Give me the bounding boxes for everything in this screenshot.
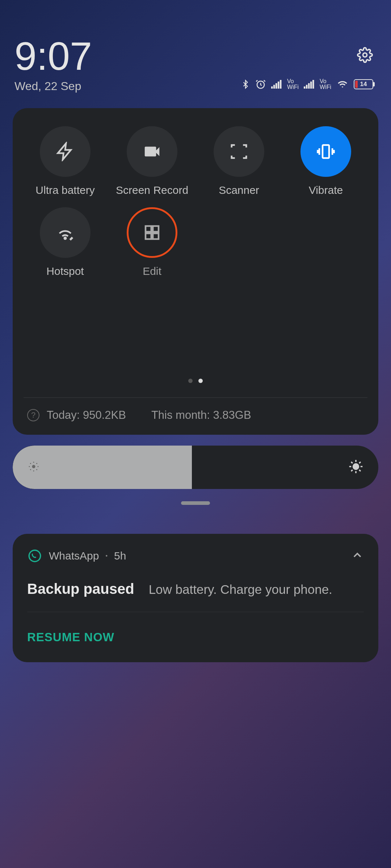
svg-rect-7	[304, 86, 306, 89]
svg-rect-15	[153, 226, 159, 232]
svg-rect-4	[276, 83, 277, 89]
separator-dot: •	[105, 553, 108, 559]
notification-shade-header: 9:07 Wed, 22 Sep VoWiFi VoWiFi	[0, 0, 391, 97]
resume-now-button[interactable]: RESUME NOW	[27, 630, 364, 644]
tile-vibrate[interactable]: Vibrate	[284, 126, 367, 196]
svg-rect-12	[323, 145, 329, 158]
svg-rect-11	[312, 80, 314, 89]
svg-point-22	[38, 466, 39, 467]
page-dot	[188, 379, 193, 383]
brightness-low-icon	[27, 460, 40, 475]
page-indicator[interactable]	[24, 379, 367, 383]
notification-time: 5h	[114, 550, 126, 562]
separator	[27, 612, 364, 612]
vowifi-icon-1: VoWiFi	[287, 78, 299, 90]
svg-point-28	[29, 550, 41, 562]
svg-rect-3	[273, 85, 275, 89]
svg-point-27	[353, 464, 359, 469]
svg-rect-2	[271, 86, 273, 89]
hotspot-icon	[55, 223, 75, 242]
tile-label: Hotspot	[46, 265, 84, 277]
tile-screen-recorder[interactable]: Screen Recorder	[110, 126, 194, 196]
page-dot-active	[198, 379, 203, 383]
whatsapp-icon	[27, 548, 42, 563]
svg-rect-5	[278, 82, 279, 89]
svg-point-26	[36, 463, 37, 464]
svg-rect-16	[146, 233, 151, 239]
svg-point-24	[36, 469, 37, 470]
svg-point-19	[33, 462, 34, 463]
svg-rect-17	[153, 233, 159, 239]
notification-text: Low battery. Charge your phone.	[149, 582, 332, 597]
settings-button[interactable]	[357, 36, 377, 64]
tile-scanner[interactable]: Scanner	[197, 126, 281, 196]
clock-time: 9:07	[14, 36, 92, 76]
tile-label: Ultra battery	[35, 184, 94, 196]
svg-rect-14	[146, 226, 151, 232]
bolt-icon	[55, 142, 75, 161]
svg-rect-10	[310, 82, 312, 89]
data-month: This month: 3.83GB	[151, 409, 251, 422]
grid-icon	[142, 223, 162, 242]
alarm-icon	[255, 79, 266, 90]
drag-handle[interactable]	[181, 501, 210, 505]
data-today: Today: 950.2KB	[47, 409, 126, 422]
quick-settings-panel: Ultra battery Screen Recorder Scanner Vi…	[13, 108, 378, 435]
svg-rect-6	[280, 80, 282, 89]
vibrate-icon	[316, 142, 336, 161]
data-usage-row[interactable]: ? Today: 950.2KB This month: 3.83GB	[24, 398, 367, 424]
gear-icon	[357, 47, 373, 63]
tile-label: Scanner	[219, 184, 259, 196]
svg-point-0	[363, 53, 367, 57]
scan-icon	[229, 142, 249, 161]
signal-icon-2	[304, 80, 315, 89]
tile-edit[interactable]: Edit	[110, 207, 194, 277]
video-icon	[142, 142, 162, 161]
svg-point-23	[30, 463, 31, 464]
svg-point-21	[29, 466, 30, 467]
svg-point-25	[30, 469, 31, 470]
svg-rect-9	[308, 83, 310, 89]
svg-point-20	[33, 471, 34, 472]
notification-title: Backup paused	[27, 581, 134, 597]
notification-app-name: WhatsApp	[49, 550, 99, 562]
svg-rect-8	[306, 85, 308, 89]
tile-label: Vibrate	[309, 184, 343, 196]
vowifi-icon-2: VoWiFi	[320, 78, 331, 90]
chevron-up-icon	[351, 549, 364, 562]
tile-label: Edit	[143, 265, 161, 277]
question-icon: ?	[27, 409, 39, 421]
tile-label: Screen Recorder	[116, 184, 188, 196]
svg-point-13	[64, 238, 66, 239]
battery-indicator: 14	[354, 79, 375, 89]
wifi-icon	[336, 79, 349, 89]
svg-point-18	[32, 465, 35, 468]
signal-icon-1	[271, 80, 282, 89]
notification-card[interactable]: WhatsApp • 5h Backup paused Low battery.…	[13, 534, 378, 662]
brightness-high-icon	[348, 459, 364, 476]
brightness-slider[interactable]	[13, 446, 378, 489]
collapse-button[interactable]	[351, 549, 364, 563]
tile-hotspot[interactable]: Hotspot	[24, 207, 107, 277]
tile-ultra-battery[interactable]: Ultra battery	[24, 126, 107, 196]
bluetooth-icon	[241, 78, 250, 90]
